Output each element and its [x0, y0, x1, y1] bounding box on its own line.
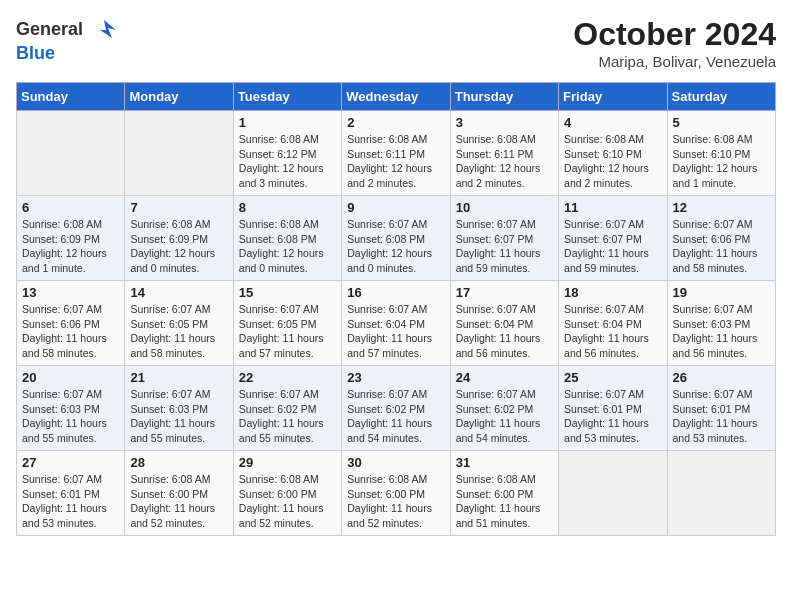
day-cell: 30Sunrise: 6:08 AM Sunset: 6:00 PM Dayli… — [342, 451, 450, 536]
day-cell: 10Sunrise: 6:07 AM Sunset: 6:07 PM Dayli… — [450, 196, 558, 281]
day-cell: 1Sunrise: 6:08 AM Sunset: 6:12 PM Daylig… — [233, 111, 341, 196]
day-number: 23 — [347, 370, 444, 385]
day-number: 24 — [456, 370, 553, 385]
day-detail: Sunrise: 6:07 AM Sunset: 6:07 PM Dayligh… — [456, 217, 553, 276]
day-detail: Sunrise: 6:07 AM Sunset: 6:07 PM Dayligh… — [564, 217, 661, 276]
week-row-2: 6Sunrise: 6:08 AM Sunset: 6:09 PM Daylig… — [17, 196, 776, 281]
day-cell: 25Sunrise: 6:07 AM Sunset: 6:01 PM Dayli… — [559, 366, 667, 451]
day-cell — [559, 451, 667, 536]
day-detail: Sunrise: 6:07 AM Sunset: 6:05 PM Dayligh… — [239, 302, 336, 361]
title-block: October 2024 Maripa, Bolivar, Venezuela — [573, 16, 776, 70]
day-number: 26 — [673, 370, 770, 385]
calendar-table: SundayMondayTuesdayWednesdayThursdayFrid… — [16, 82, 776, 536]
day-detail: Sunrise: 6:08 AM Sunset: 6:00 PM Dayligh… — [456, 472, 553, 531]
day-cell: 9Sunrise: 6:07 AM Sunset: 6:08 PM Daylig… — [342, 196, 450, 281]
day-detail: Sunrise: 6:08 AM Sunset: 6:08 PM Dayligh… — [239, 217, 336, 276]
day-cell: 17Sunrise: 6:07 AM Sunset: 6:04 PM Dayli… — [450, 281, 558, 366]
day-detail: Sunrise: 6:07 AM Sunset: 6:02 PM Dayligh… — [347, 387, 444, 446]
week-row-5: 27Sunrise: 6:07 AM Sunset: 6:01 PM Dayli… — [17, 451, 776, 536]
logo-bird-icon — [90, 16, 118, 44]
day-cell: 29Sunrise: 6:08 AM Sunset: 6:00 PM Dayli… — [233, 451, 341, 536]
day-number: 25 — [564, 370, 661, 385]
day-cell: 12Sunrise: 6:07 AM Sunset: 6:06 PM Dayli… — [667, 196, 775, 281]
day-number: 9 — [347, 200, 444, 215]
day-number: 18 — [564, 285, 661, 300]
day-cell: 31Sunrise: 6:08 AM Sunset: 6:00 PM Dayli… — [450, 451, 558, 536]
day-number: 1 — [239, 115, 336, 130]
day-detail: Sunrise: 6:07 AM Sunset: 6:04 PM Dayligh… — [347, 302, 444, 361]
day-number: 14 — [130, 285, 227, 300]
day-number: 16 — [347, 285, 444, 300]
week-row-1: 1Sunrise: 6:08 AM Sunset: 6:12 PM Daylig… — [17, 111, 776, 196]
day-number: 29 — [239, 455, 336, 470]
day-detail: Sunrise: 6:08 AM Sunset: 6:10 PM Dayligh… — [564, 132, 661, 191]
day-detail: Sunrise: 6:07 AM Sunset: 6:02 PM Dayligh… — [456, 387, 553, 446]
day-number: 8 — [239, 200, 336, 215]
day-number: 11 — [564, 200, 661, 215]
day-detail: Sunrise: 6:08 AM Sunset: 6:11 PM Dayligh… — [456, 132, 553, 191]
day-detail: Sunrise: 6:07 AM Sunset: 6:03 PM Dayligh… — [22, 387, 119, 446]
logo-blue: Blue — [16, 43, 55, 63]
day-detail: Sunrise: 6:07 AM Sunset: 6:04 PM Dayligh… — [456, 302, 553, 361]
day-cell: 19Sunrise: 6:07 AM Sunset: 6:03 PM Dayli… — [667, 281, 775, 366]
day-number: 12 — [673, 200, 770, 215]
week-row-3: 13Sunrise: 6:07 AM Sunset: 6:06 PM Dayli… — [17, 281, 776, 366]
day-number: 22 — [239, 370, 336, 385]
day-cell: 20Sunrise: 6:07 AM Sunset: 6:03 PM Dayli… — [17, 366, 125, 451]
day-number: 30 — [347, 455, 444, 470]
day-number: 2 — [347, 115, 444, 130]
location: Maripa, Bolivar, Venezuela — [573, 53, 776, 70]
column-header-tuesday: Tuesday — [233, 83, 341, 111]
day-cell: 16Sunrise: 6:07 AM Sunset: 6:04 PM Dayli… — [342, 281, 450, 366]
page-header: General Blue October 2024 Maripa, Boliva… — [16, 16, 776, 70]
day-cell — [17, 111, 125, 196]
day-number: 6 — [22, 200, 119, 215]
day-detail: Sunrise: 6:08 AM Sunset: 6:00 PM Dayligh… — [347, 472, 444, 531]
day-detail: Sunrise: 6:07 AM Sunset: 6:01 PM Dayligh… — [673, 387, 770, 446]
column-header-sunday: Sunday — [17, 83, 125, 111]
day-cell: 26Sunrise: 6:07 AM Sunset: 6:01 PM Dayli… — [667, 366, 775, 451]
day-cell: 23Sunrise: 6:07 AM Sunset: 6:02 PM Dayli… — [342, 366, 450, 451]
day-number: 31 — [456, 455, 553, 470]
day-cell: 2Sunrise: 6:08 AM Sunset: 6:11 PM Daylig… — [342, 111, 450, 196]
day-detail: Sunrise: 6:08 AM Sunset: 6:10 PM Dayligh… — [673, 132, 770, 191]
day-number: 21 — [130, 370, 227, 385]
day-detail: Sunrise: 6:07 AM Sunset: 6:03 PM Dayligh… — [673, 302, 770, 361]
column-header-saturday: Saturday — [667, 83, 775, 111]
day-number: 4 — [564, 115, 661, 130]
day-detail: Sunrise: 6:07 AM Sunset: 6:03 PM Dayligh… — [130, 387, 227, 446]
column-header-friday: Friday — [559, 83, 667, 111]
day-number: 7 — [130, 200, 227, 215]
day-cell: 13Sunrise: 6:07 AM Sunset: 6:06 PM Dayli… — [17, 281, 125, 366]
day-number: 13 — [22, 285, 119, 300]
day-detail: Sunrise: 6:07 AM Sunset: 6:06 PM Dayligh… — [22, 302, 119, 361]
day-cell: 28Sunrise: 6:08 AM Sunset: 6:00 PM Dayli… — [125, 451, 233, 536]
day-detail: Sunrise: 6:08 AM Sunset: 6:00 PM Dayligh… — [239, 472, 336, 531]
day-cell: 18Sunrise: 6:07 AM Sunset: 6:04 PM Dayli… — [559, 281, 667, 366]
day-number: 27 — [22, 455, 119, 470]
day-detail: Sunrise: 6:08 AM Sunset: 6:11 PM Dayligh… — [347, 132, 444, 191]
day-detail: Sunrise: 6:07 AM Sunset: 6:04 PM Dayligh… — [564, 302, 661, 361]
day-number: 5 — [673, 115, 770, 130]
day-cell: 11Sunrise: 6:07 AM Sunset: 6:07 PM Dayli… — [559, 196, 667, 281]
day-cell: 24Sunrise: 6:07 AM Sunset: 6:02 PM Dayli… — [450, 366, 558, 451]
day-detail: Sunrise: 6:07 AM Sunset: 6:06 PM Dayligh… — [673, 217, 770, 276]
svg-marker-0 — [100, 20, 116, 38]
day-cell: 22Sunrise: 6:07 AM Sunset: 6:02 PM Dayli… — [233, 366, 341, 451]
day-detail: Sunrise: 6:08 AM Sunset: 6:09 PM Dayligh… — [22, 217, 119, 276]
day-detail: Sunrise: 6:07 AM Sunset: 6:02 PM Dayligh… — [239, 387, 336, 446]
day-cell: 5Sunrise: 6:08 AM Sunset: 6:10 PM Daylig… — [667, 111, 775, 196]
day-number: 17 — [456, 285, 553, 300]
day-number: 15 — [239, 285, 336, 300]
day-cell: 3Sunrise: 6:08 AM Sunset: 6:11 PM Daylig… — [450, 111, 558, 196]
logo: General Blue — [16, 16, 118, 64]
day-number: 20 — [22, 370, 119, 385]
day-cell: 7Sunrise: 6:08 AM Sunset: 6:09 PM Daylig… — [125, 196, 233, 281]
day-detail: Sunrise: 6:08 AM Sunset: 6:12 PM Dayligh… — [239, 132, 336, 191]
day-number: 19 — [673, 285, 770, 300]
day-detail: Sunrise: 6:08 AM Sunset: 6:09 PM Dayligh… — [130, 217, 227, 276]
month-title: October 2024 — [573, 16, 776, 53]
day-cell: 6Sunrise: 6:08 AM Sunset: 6:09 PM Daylig… — [17, 196, 125, 281]
column-header-wednesday: Wednesday — [342, 83, 450, 111]
day-detail: Sunrise: 6:07 AM Sunset: 6:01 PM Dayligh… — [22, 472, 119, 531]
